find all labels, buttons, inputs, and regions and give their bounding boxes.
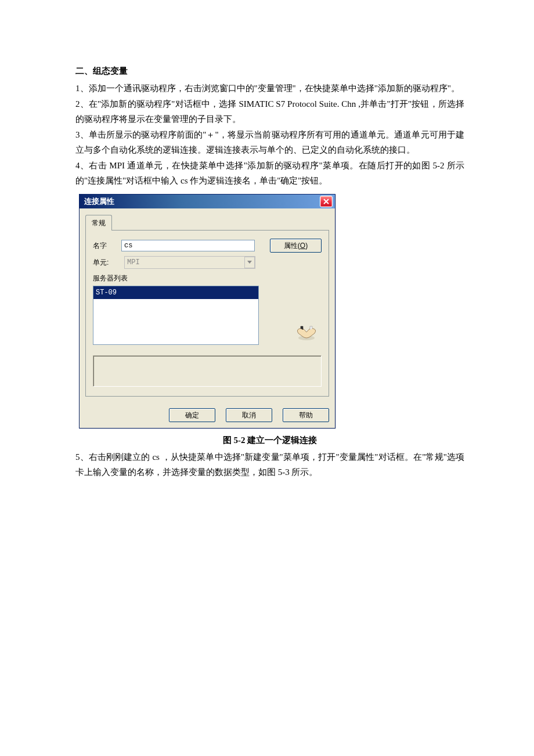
dialog-figure: 连接属性 常规 名字 cs 属性(O) — [79, 194, 464, 429]
paragraph-3: 3、单击所显示的驱动程序前面的"＋"，将显示当前驱动程序所有可用的通道单元。通道… — [75, 128, 464, 157]
unit-combobox: MPI — [124, 256, 255, 269]
dialog-title: 连接属性 — [84, 195, 114, 208]
server-listbox[interactable]: ST-09 — [93, 286, 259, 345]
titlebar: 连接属性 — [80, 195, 335, 208]
paragraph-4: 4、右击 MPI 通道单元，在快捷菜单中选择"添加新的驱动程序"菜单项。在随后打… — [75, 159, 464, 188]
paragraph-2: 2、在"添加新的驱动程序"对话框中，选择 SIMATIC S7 Protocol… — [75, 97, 464, 127]
properties-button-key: O — [300, 240, 305, 251]
combobox-arrow — [244, 257, 255, 268]
unit-value: MPI — [127, 257, 140, 268]
paragraph-1: 1、添加一个通讯驱动程序，右击浏览窗口中的"变量管理"，在快捷菜单中选择"添加新… — [75, 81, 464, 96]
section-heading: 二、组态变量 — [75, 64, 464, 79]
name-input[interactable]: cs — [121, 240, 255, 251]
ok-button[interactable]: 确定 — [169, 408, 215, 422]
close-button[interactable] — [320, 196, 333, 207]
properties-button[interactable]: 属性(O) — [270, 239, 322, 253]
figure-caption: 图 5-2 建立一个逻辑连接 — [75, 433, 464, 448]
close-icon — [323, 199, 329, 204]
help-button[interactable]: 帮助 — [283, 408, 329, 422]
tab-general[interactable]: 常规 — [85, 215, 112, 231]
unit-label: 单元: — [93, 257, 124, 268]
handshake-icon — [295, 324, 318, 345]
cancel-button[interactable]: 取消 — [226, 408, 272, 422]
properties-button-suffix: ) — [305, 240, 308, 251]
properties-button-prefix: 属性( — [284, 240, 300, 251]
server-list-label: 服务器列表 — [93, 272, 322, 284]
dialog-button-row: 确定 取消 帮助 — [80, 401, 335, 428]
name-label: 名字 — [93, 240, 121, 251]
chevron-down-icon — [247, 261, 252, 264]
paragraph-5: 5、右击刚刚建立的 cs ，从快捷菜单中选择"新建变量"菜单项，打开"变量属性"… — [75, 450, 464, 480]
connection-properties-dialog: 连接属性 常规 名字 cs 属性(O) — [79, 194, 335, 429]
tab-panel-general: 名字 cs 属性(O) 单元: MPI — [85, 230, 329, 396]
list-item[interactable]: ST-09 — [93, 286, 258, 299]
description-box — [93, 355, 322, 387]
